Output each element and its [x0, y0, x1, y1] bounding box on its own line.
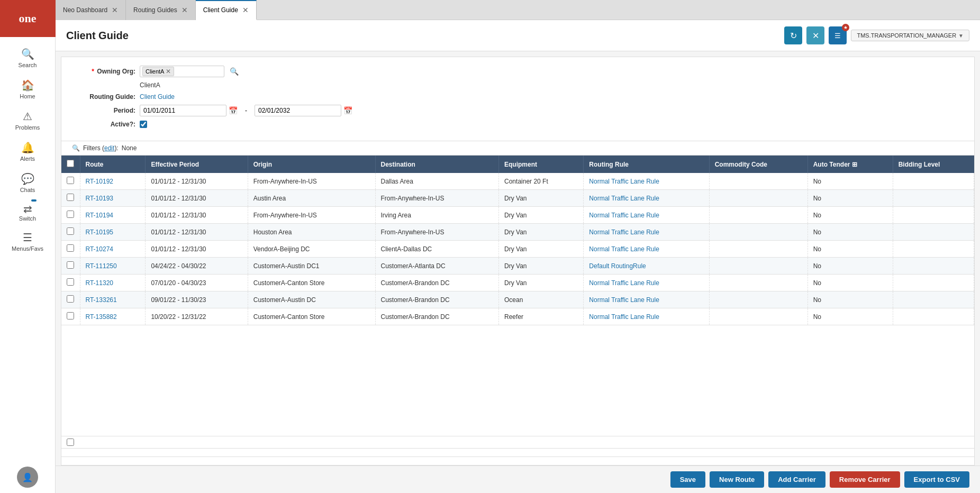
effective-period-5: 04/24/22 - 04/30/22	[146, 258, 248, 275]
chevron-down-icon: ▼	[958, 33, 964, 39]
equipment-2: Dry Van	[499, 207, 584, 224]
th-route[interactable]: Route	[80, 156, 146, 173]
destination-0: Dallas Area	[375, 173, 499, 190]
owning-org-input[interactable]: ClientA ✕	[140, 66, 224, 77]
owning-org-search-button[interactable]: 🔍	[229, 66, 240, 77]
row-checkbox-5[interactable]	[67, 261, 74, 269]
sidebar-item-alerts[interactable]: 🔔 Alerts	[0, 136, 55, 167]
row-checkbox-8[interactable]	[67, 312, 74, 319]
new-route-button[interactable]: New Route	[710, 471, 764, 488]
table-row: RT-133261 09/01/22 - 11/30/23 CustomerA-…	[61, 291, 974, 308]
routing-rule-link-7[interactable]: Normal Traffic Lane Rule	[589, 296, 659, 304]
tab-routing-guides-close[interactable]: ✕	[182, 6, 188, 14]
calendar-end-icon[interactable]: 📅	[343, 106, 352, 115]
auto-tender-0: No	[807, 173, 893, 190]
row-checkbox-2[interactable]	[67, 211, 74, 218]
active-row: Active?:	[72, 121, 964, 128]
destination-2: Irving Area	[375, 207, 499, 224]
routing-rule-link-3[interactable]: Normal Traffic Lane Rule	[589, 229, 659, 236]
row-checkbox-1[interactable]	[67, 194, 74, 201]
th-destination[interactable]: Destination	[375, 156, 499, 173]
row-checkbox-0[interactable]	[67, 177, 74, 184]
route-link-8[interactable]: RT-135882	[86, 313, 117, 321]
route-link-1[interactable]: RT-10193	[86, 195, 113, 202]
avatar[interactable]: 👤	[17, 467, 38, 488]
calendar-start-icon[interactable]: 📅	[229, 106, 238, 115]
active-checkbox[interactable]	[140, 121, 147, 128]
route-link-2[interactable]: RT-10194	[86, 212, 113, 219]
bidding-level-1	[893, 190, 974, 207]
period-row: Period: 📅 - 📅	[72, 105, 964, 116]
th-equipment[interactable]: Equipment	[499, 156, 584, 173]
th-effective-period[interactable]: Effective Period	[146, 156, 248, 173]
bidding-level-5	[893, 258, 974, 275]
tab-neo-dashboard[interactable]: Neo Dashboard ✕	[56, 0, 126, 20]
filters-edit-link[interactable]: edit	[104, 144, 114, 152]
required-star: *	[92, 68, 94, 75]
equipment-4: Dry Van	[499, 241, 584, 258]
commodity-code-5	[709, 258, 807, 275]
route-link-6[interactable]: RT-11320	[86, 279, 113, 287]
sidebar-item-menus[interactable]: ☰ Menus/Favs	[0, 226, 55, 257]
sidebar-item-home[interactable]: 🏠 Home	[0, 74, 55, 105]
row-checkbox-7[interactable]	[67, 295, 74, 303]
horizontal-scrollbar[interactable]	[61, 448, 974, 457]
routing-rule-link-6[interactable]: Normal Traffic Lane Rule	[589, 279, 659, 287]
tab-client-guide-label: Client Guide	[203, 6, 238, 14]
th-commodity-code[interactable]: Commodity Code	[709, 156, 807, 173]
bottom-bar: Save New Route Add Carrier Remove Carrie…	[56, 465, 980, 493]
refresh-button[interactable]: ↻	[784, 26, 802, 44]
table-wrapper[interactable]: Route Effective Period Origin Destinatio…	[61, 156, 974, 436]
secondary-scrollbar[interactable]	[61, 457, 975, 465]
commodity-code-6	[709, 275, 807, 291]
sidebar-item-search[interactable]: 🔍 Search	[0, 42, 55, 74]
origin-6: CustomerA-Canton Store	[248, 275, 375, 291]
menu-button[interactable]: ☰ ★	[829, 26, 847, 44]
routing-rule-link-8[interactable]: Normal Traffic Lane Rule	[589, 313, 659, 321]
th-checkbox[interactable]	[61, 156, 80, 173]
sidebar-item-switch[interactable]: ⇄ Switch	[0, 198, 55, 226]
route-link-7[interactable]: RT-133261	[86, 296, 117, 304]
tab-client-guide[interactable]: Client Guide ✕	[196, 0, 257, 20]
route-link-4[interactable]: RT-10274	[86, 245, 113, 253]
routing-rule-link-5[interactable]: Default RoutingRule	[589, 262, 646, 270]
hamburger-icon: ☰	[834, 32, 841, 40]
sidebar-item-problems[interactable]: ⚠ Problems	[0, 105, 55, 136]
warning-icon: ⚠	[23, 110, 32, 123]
close-page-button[interactable]: ✕	[806, 26, 824, 44]
route-link-5[interactable]: RT-111250	[86, 262, 117, 270]
select-all-checkbox[interactable]	[67, 160, 74, 167]
add-carrier-button[interactable]: Add Carrier	[768, 471, 825, 488]
th-routing-rule[interactable]: Routing Rule	[584, 156, 709, 173]
period-end-input[interactable]	[255, 105, 341, 116]
export-csv-button[interactable]: Export to CSV	[904, 471, 969, 488]
routing-rule-link-4[interactable]: Normal Traffic Lane Rule	[589, 245, 659, 253]
routing-rule-link-0[interactable]: Normal Traffic Lane Rule	[589, 178, 659, 185]
th-auto-tender[interactable]: Auto Tender ⊞	[807, 156, 893, 173]
row-checkbox-6[interactable]	[67, 278, 74, 286]
save-button[interactable]: Save	[670, 471, 705, 488]
tag-remove-button[interactable]: ✕	[166, 68, 171, 75]
sidebar-item-chats[interactable]: 💬 Chats	[0, 167, 55, 198]
routing-rule-link-2[interactable]: Normal Traffic Lane Rule	[589, 212, 659, 219]
period-separator: -	[245, 107, 247, 114]
row-checkbox-3[interactable]	[67, 227, 74, 235]
remove-carrier-button[interactable]: Remove Carrier	[830, 471, 900, 488]
tab-routing-guides[interactable]: Routing Guides ✕	[126, 0, 196, 20]
routes-table: Route Effective Period Origin Destinatio…	[61, 156, 974, 325]
th-bidding-level[interactable]: Bidding Level	[893, 156, 974, 173]
home-icon: 🏠	[21, 79, 34, 92]
user-dropdown[interactable]: TMS.TRANSPORTATION_MANAGER ▼	[851, 30, 969, 41]
bidding-level-2	[893, 207, 974, 224]
tab-neo-dashboard-close[interactable]: ✕	[112, 6, 118, 14]
route-link-3[interactable]: RT-10195	[86, 229, 113, 236]
tab-client-guide-close[interactable]: ✕	[242, 6, 249, 14]
row-checkbox-4[interactable]	[67, 244, 74, 252]
bell-icon: 🔔	[21, 141, 34, 154]
routing-rule-link-1[interactable]: Normal Traffic Lane Rule	[589, 195, 659, 202]
effective-period-1: 01/01/12 - 12/31/30	[146, 190, 248, 207]
bottom-select-checkbox[interactable]	[67, 439, 74, 446]
th-origin[interactable]: Origin	[248, 156, 375, 173]
period-start-input[interactable]	[140, 105, 226, 116]
route-link-0[interactable]: RT-10192	[86, 178, 113, 185]
